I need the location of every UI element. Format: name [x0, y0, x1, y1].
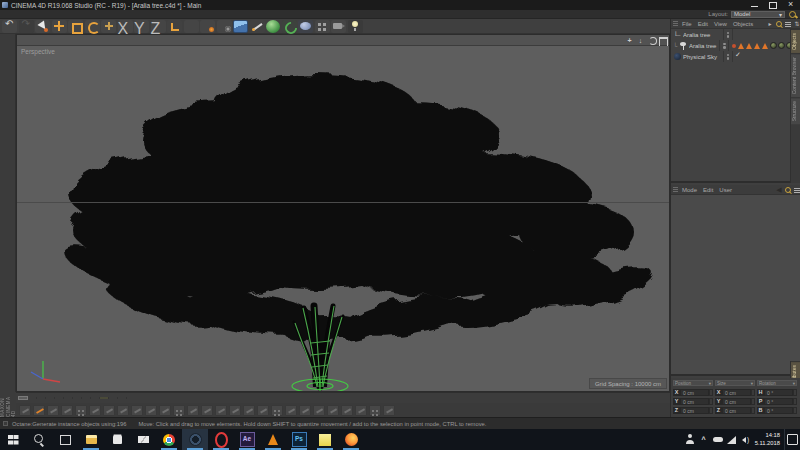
- warn-triangle-icon[interactable]: [754, 43, 760, 49]
- modeling-command-icon[interactable]: [103, 405, 115, 416]
- filter-icon[interactable]: [784, 20, 792, 28]
- attribute-manager-menu-item[interactable]: Mode: [679, 187, 700, 193]
- photoshop-icon[interactable]: [286, 429, 312, 450]
- search-commands-icon[interactable]: [789, 11, 796, 18]
- move-tool-icon[interactable]: [52, 20, 67, 33]
- tool-tab[interactable]: [73, 397, 82, 399]
- render-settings-icon[interactable]: [217, 20, 232, 33]
- modeling-command-icon[interactable]: [187, 405, 199, 416]
- warn-triangle-icon[interactable]: [762, 43, 768, 49]
- object-manager-menu-item[interactable]: Objects: [730, 21, 756, 27]
- spinner[interactable]: [709, 407, 713, 414]
- position-x-field[interactable]: 0 cm: [680, 389, 709, 396]
- side-tab[interactable]: Objects: [791, 29, 800, 53]
- search-icon[interactable]: [775, 20, 783, 28]
- attribute-manager-body[interactable]: [671, 195, 800, 374]
- primitive-cube-icon[interactable]: [233, 20, 248, 33]
- store-icon[interactable]: [104, 429, 130, 450]
- live-selection-icon[interactable]: [35, 20, 50, 33]
- spinner[interactable]: [793, 407, 797, 414]
- cinema4d-icon[interactable]: [182, 429, 208, 450]
- tool-tab[interactable]: [64, 397, 73, 399]
- array-icon[interactable]: [315, 20, 330, 33]
- modeling-command-icon[interactable]: [243, 405, 255, 416]
- vlc-icon[interactable]: [260, 429, 286, 450]
- undo-icon[interactable]: [2, 20, 17, 33]
- light-icon[interactable]: [348, 20, 363, 33]
- size-z-field[interactable]: 0 cm: [722, 407, 751, 414]
- object-row-aralia-tree-parent[interactable]: Aralia tree: [671, 29, 800, 40]
- spinner[interactable]: [709, 389, 713, 396]
- tool-tab[interactable]: [109, 397, 118, 399]
- modeling-command-icon[interactable]: [341, 405, 353, 416]
- knife-tool-icon[interactable]: [33, 405, 45, 416]
- render-picture-viewer-icon[interactable]: [200, 20, 215, 33]
- subdivision-surface-icon[interactable]: [266, 20, 280, 33]
- spline-pen-icon[interactable]: [250, 20, 265, 33]
- toggle-panels-icon[interactable]: [658, 36, 667, 45]
- modeling-command-icon[interactable]: [201, 405, 213, 416]
- sticky-notes-icon[interactable]: [312, 429, 338, 450]
- taskbar-clock[interactable]: 14:18 5.11.2018: [755, 432, 780, 446]
- size-y-field[interactable]: 0 cm: [722, 398, 751, 405]
- size-x-field[interactable]: 0 cm: [722, 389, 751, 396]
- material-sphere-icon[interactable]: [770, 42, 777, 49]
- mograph-cloner-icon[interactable]: [282, 20, 297, 33]
- modeling-command-icon[interactable]: [159, 405, 171, 416]
- rotation-p-field[interactable]: 0 °: [764, 398, 793, 405]
- modeling-command-icon[interactable]: [173, 405, 185, 416]
- spinner[interactable]: [793, 389, 797, 396]
- close-icon[interactable]: [782, 0, 800, 10]
- panel-grip-icon[interactable]: [673, 21, 678, 26]
- rotate-tool-icon[interactable]: [85, 20, 100, 33]
- expand-arrow-icon[interactable]: [766, 20, 774, 28]
- modeling-command-icon[interactable]: [383, 405, 395, 416]
- onedrive-icon[interactable]: [711, 429, 725, 450]
- attribute-manager-menu-item[interactable]: Edit: [700, 187, 716, 193]
- modeling-command-icon[interactable]: [89, 405, 101, 416]
- chrome-icon[interactable]: [156, 429, 182, 450]
- modeling-command-icon[interactable]: [271, 405, 283, 416]
- modeling-command-icon[interactable]: [47, 405, 59, 416]
- object-row-aralia-tree-child[interactable]: └ Aralia tree: [671, 40, 800, 51]
- dolly-view-icon[interactable]: [636, 36, 645, 45]
- rotation-b-field[interactable]: 0 °: [764, 407, 793, 414]
- coordinate-header-dropdown[interactable]: Rotation▾: [757, 380, 797, 386]
- minimize-icon[interactable]: [746, 0, 764, 10]
- search-icon[interactable]: [784, 186, 792, 194]
- modeling-command-icon[interactable]: [117, 405, 129, 416]
- side-tab[interactable]: Structure: [791, 97, 800, 124]
- object-manager-menu-item[interactable]: File: [679, 21, 695, 27]
- tool-tab[interactable]: [55, 397, 64, 399]
- action-center-icon[interactable]: [784, 429, 800, 450]
- modeling-command-icon[interactable]: [229, 405, 241, 416]
- modeling-command-icon[interactable]: [215, 405, 227, 416]
- spinner[interactable]: [793, 398, 797, 405]
- visibility-dots[interactable]: [723, 51, 733, 62]
- spinner[interactable]: [751, 398, 755, 405]
- coordinate-header-dropdown[interactable]: Size▾: [715, 380, 755, 386]
- rotation-h-field[interactable]: 0 °: [764, 389, 793, 396]
- z-axis-lock-icon[interactable]: [151, 20, 166, 33]
- redo-icon[interactable]: [19, 20, 34, 33]
- position-y-field[interactable]: 0 cm: [680, 398, 709, 405]
- warn-triangle-icon[interactable]: [738, 43, 744, 49]
- rotate-view-icon[interactable]: [647, 36, 656, 45]
- tool-tab[interactable]: [118, 397, 127, 399]
- modeling-command-icon[interactable]: [131, 405, 143, 416]
- task-view-icon[interactable]: [52, 429, 78, 450]
- network-icon[interactable]: [725, 429, 739, 450]
- object-row-physical-sky[interactable]: Physical Sky: [671, 51, 800, 62]
- maximize-icon[interactable]: [764, 0, 782, 10]
- layout-dropdown[interactable]: Model▾: [731, 11, 785, 18]
- check-icon[interactable]: [735, 52, 742, 61]
- modeling-command-icon[interactable]: [369, 405, 381, 416]
- modeling-command-icon[interactable]: [299, 405, 311, 416]
- contact-icon[interactable]: [683, 429, 697, 450]
- tool-tab[interactable]: [46, 397, 55, 399]
- viewport-canvas[interactable]: Perspective: [17, 46, 669, 391]
- modeling-command-icon[interactable]: [75, 405, 87, 416]
- modeling-command-icon[interactable]: [355, 405, 367, 416]
- modeling-command-icon[interactable]: [327, 405, 339, 416]
- mail-icon[interactable]: [130, 429, 156, 450]
